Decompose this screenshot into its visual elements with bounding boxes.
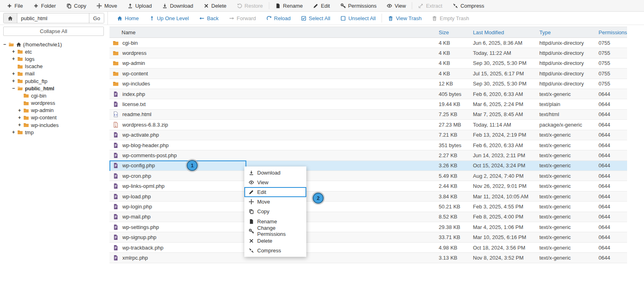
- tree-item-public-html[interactable]: −public_html: [3, 85, 108, 92]
- nav-home-link[interactable]: Home: [112, 15, 144, 21]
- folder-icon: [113, 50, 119, 56]
- x-icon: [249, 238, 254, 243]
- table-row[interactable]: wp-activate.php7.21 KBFeb 13, 2024, 2:19…: [109, 130, 627, 140]
- file-modified: Oct 15, 2024, 3:24 PM: [473, 162, 539, 169]
- table-row[interactable]: wp-admin4 KBSep 30, 2025, 5:30 PMhttpd/u…: [109, 58, 627, 69]
- file-type: text/x-generic: [539, 214, 599, 220]
- toolbar-compress-button[interactable]: Compress: [448, 0, 489, 11]
- nav-back-link[interactable]: Back: [194, 15, 224, 21]
- toolbar-copy-button[interactable]: Copy: [61, 0, 91, 11]
- copy-icon: [66, 3, 72, 8]
- toolbar-folder-button[interactable]: Folder: [28, 0, 61, 11]
- table-row[interactable]: readme.html7.25 KBMar 7, 2025, 8:45 AMte…: [109, 110, 627, 120]
- tree-toggle[interactable]: +: [12, 71, 17, 77]
- toolbar-view-button[interactable]: View: [382, 0, 411, 11]
- nav-view-trash-link[interactable]: View Trash: [383, 15, 427, 21]
- menu-edit-item[interactable]: Edit: [244, 187, 306, 197]
- toolbar-label: Compress: [460, 3, 484, 9]
- header-name[interactable]: Name: [109, 29, 439, 35]
- menu-move-item[interactable]: Move: [244, 197, 306, 207]
- table-row[interactable]: wp-trackback.php4.98 KBOct 18, 2024, 3:5…: [109, 243, 627, 253]
- menu-download-item[interactable]: Download: [244, 168, 306, 177]
- file-size: 2.44 KB: [439, 183, 473, 189]
- menu-compress-item[interactable]: Compress: [244, 246, 306, 256]
- header-type[interactable]: Type: [539, 29, 599, 35]
- toolbar-permissions-button[interactable]: Permissions: [335, 0, 382, 11]
- file-name-cell: wp-comments-post.php: [109, 152, 439, 158]
- nav-unselect-all-link[interactable]: Unselect All: [335, 15, 381, 21]
- file-permissions: 0755: [599, 71, 627, 77]
- toolbar-move-button[interactable]: Move: [91, 0, 122, 11]
- table-row[interactable]: wp-blog-header.php351 bytesFeb 6, 2020, …: [109, 140, 627, 150]
- tree-item-logs[interactable]: +logs: [3, 55, 108, 62]
- tree-toggle[interactable]: +: [12, 129, 17, 135]
- table-row[interactable]: wp-links-opml.php2.44 KBNov 26, 2022, 9:…: [109, 181, 627, 191]
- tree-item-home-techvie1[interactable]: −(/home/techvie1): [3, 41, 108, 48]
- menu-change-permissions-item[interactable]: Change Permissions: [244, 226, 306, 236]
- tree-toggle[interactable]: +: [18, 108, 23, 113]
- file-type: text/x-generic: [539, 162, 599, 169]
- toolbar-edit-button[interactable]: Edit: [308, 0, 335, 11]
- tree-toggle[interactable]: +: [12, 56, 17, 62]
- home-path-button[interactable]: [4, 13, 17, 23]
- table-row[interactable]: wordpress4 KBToday, 11:22 AMhttpd/unix-d…: [109, 48, 627, 58]
- tree-toggle[interactable]: +: [18, 115, 23, 121]
- tree-toggle[interactable]: +: [12, 49, 17, 54]
- doc-icon: [113, 173, 119, 179]
- tree-item-tmp[interactable]: +tmp: [3, 129, 108, 136]
- menu-delete-item[interactable]: Delete: [244, 236, 306, 246]
- header-last-modified[interactable]: Last Modified: [473, 29, 539, 35]
- tree-toggle[interactable]: +: [18, 122, 23, 128]
- tree-item-lscache[interactable]: lscache: [3, 63, 108, 70]
- menu-view-item[interactable]: View: [244, 177, 306, 187]
- toolbar-file-button[interactable]: File: [2, 0, 28, 11]
- file-table: Name Size Last Modified Type Permissions…: [109, 27, 627, 263]
- toolbar-rename-button[interactable]: Rename: [270, 0, 308, 11]
- file-name: wp-comments-post.php: [122, 152, 177, 158]
- folder-icon: [17, 71, 23, 77]
- table-row[interactable]: wordpress-6.8.3.zip27.23 MBToday, 11:14 …: [109, 120, 627, 130]
- tree-item-wp-content[interactable]: +wp-content: [3, 114, 108, 121]
- nav-select-all-link[interactable]: Select All: [296, 15, 335, 21]
- header-size[interactable]: Size: [439, 29, 473, 35]
- toolbar-delete-button[interactable]: Delete: [198, 0, 232, 11]
- tree-toggle[interactable]: −: [12, 85, 17, 91]
- table-row[interactable]: wp-signup.php33.71 KBMar 10, 2025, 6:16 …: [109, 232, 627, 242]
- tree-toggle[interactable]: +: [12, 78, 17, 84]
- eye-icon: [387, 3, 392, 8]
- tree-item-etc[interactable]: +etc: [3, 48, 108, 55]
- path-input[interactable]: [17, 13, 89, 23]
- go-button[interactable]: Go: [89, 13, 104, 23]
- toolbar-download-button[interactable]: Download: [157, 0, 198, 11]
- table-row[interactable]: wp-includes12 KBSep 30, 2025, 5:30 PMhtt…: [109, 79, 627, 89]
- table-row[interactable]: cgi-bin4 KBJun 6, 2025, 8:36 AMhttpd/uni…: [109, 38, 627, 48]
- file-name: wp-admin: [122, 60, 145, 66]
- menu-copy-item[interactable]: Copy: [244, 207, 306, 216]
- header-permissions[interactable]: Permissions: [599, 29, 627, 35]
- table-row[interactable]: wp-cron.php5.49 KBAug 2, 2024, 7:40 PMte…: [109, 171, 627, 181]
- table-row[interactable]: wp-comments-post.php2.27 KBJun 14, 2023,…: [109, 150, 627, 160]
- nav-reload-link[interactable]: Reload: [261, 15, 296, 21]
- tree-item-public-ftp[interactable]: +public_ftp: [3, 77, 108, 85]
- collapse-all-button[interactable]: Collapse All: [3, 27, 104, 36]
- file-modified: Aug 2, 2024, 7:40 PM: [473, 173, 539, 179]
- tree-item-wp-admin[interactable]: +wp-admin: [3, 107, 108, 114]
- table-row[interactable]: wp-settings.php29.38 KBMar 4, 2025, 1:06…: [109, 222, 627, 232]
- tree-item-wp-includes[interactable]: +wp-includes: [3, 121, 108, 129]
- tree-item-cgi-bin[interactable]: cgi-bin: [3, 92, 108, 99]
- table-row[interactable]: license.txt19.44 KBMar 6, 2025, 2:24 PMt…: [109, 99, 627, 109]
- tree-toggle[interactable]: −: [3, 42, 8, 47]
- table-row[interactable]: wp-load.php3.84 KBMar 11, 2024, 10:05 AM…: [109, 191, 627, 202]
- nav-up-one-level-link[interactable]: Up One Level: [144, 15, 194, 21]
- tree-item-label: public_ftp: [25, 78, 47, 84]
- nav-row: Go HomeUp One LevelBackForwardReloadSele…: [0, 12, 644, 25]
- table-row[interactable]: wp-content4 KBJul 15, 2025, 6:17 PMhttpd…: [109, 69, 627, 79]
- tree-item-mail[interactable]: +mail: [3, 70, 108, 77]
- table-row[interactable]: index.php405 bytesFeb 6, 2020, 6:33 AMte…: [109, 89, 627, 99]
- table-row[interactable]: wp-login.php50.21 KBFeb 3, 2025, 4:55 PM…: [109, 202, 627, 212]
- tree-item-wordpress[interactable]: wordpress: [3, 100, 108, 107]
- table-row[interactable]: xmlrpc.php3.13 KBNov 8, 2024, 3:52 PMtex…: [109, 253, 627, 263]
- file-type: text/x-generic: [539, 194, 599, 200]
- table-row[interactable]: wp-mail.php8.52 KBFeb 8, 2025, 4:00 PMte…: [109, 212, 627, 222]
- toolbar-upload-button[interactable]: Upload: [122, 0, 157, 11]
